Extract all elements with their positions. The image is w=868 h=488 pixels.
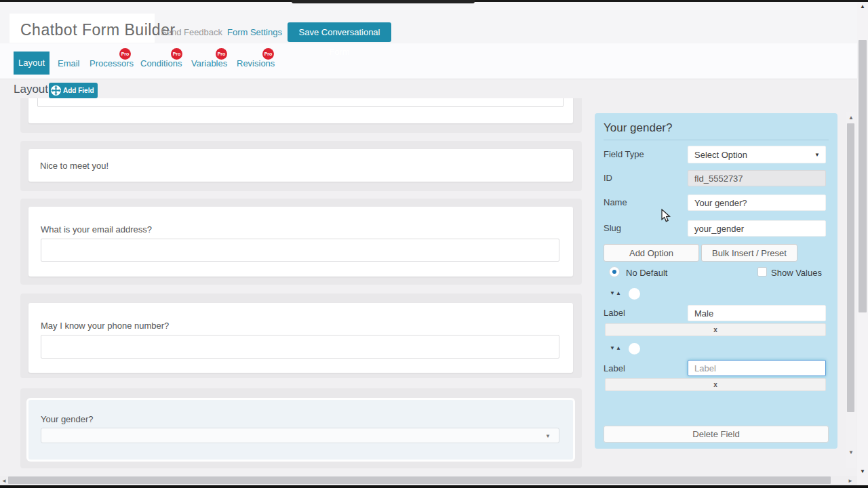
email-field-input[interactable] [41,239,559,262]
pro-badge-revisions: Pro [262,48,274,60]
scroll-left-icon[interactable]: ◄ [1,478,7,484]
field-type-value: Select Option [694,150,747,160]
move-icon [51,85,61,96]
phone-field-label: May I know your phone number? [41,321,169,331]
name-field[interactable]: Your gender? [688,195,826,211]
html-message-text: Nice to meet you! [40,161,108,171]
option-1-label-input[interactable]: Male [688,305,826,321]
option-2-label-input[interactable]: Label [688,360,826,376]
panel-scrollbar[interactable]: ▲ ▼ [846,112,856,468]
scroll-up-icon[interactable]: ▲ [860,3,865,9]
bottom-border-strip [0,485,868,488]
field-block-email[interactable]: What is your email address? [20,199,582,285]
scroll-right-icon[interactable]: ► [848,478,853,484]
show-values-label: Show Values [771,268,822,278]
scroll-up-icon[interactable]: ▲ [848,115,854,121]
tab-revisions[interactable]: Revisions [237,58,275,68]
field-type-select[interactable]: Select Option ▼ [688,146,826,163]
panel-scrollbar-thumb[interactable] [847,123,854,412]
top-border-smudge [292,0,475,3]
scroll-down-icon[interactable]: ▼ [860,468,865,474]
page-scrollbar[interactable]: ▲ ▼ [857,2,868,485]
field-card-html[interactable]: Nice to meet you! [28,149,573,182]
gender-field-label: Your gender? [41,414,94,424]
radio-dot [612,270,616,274]
mouse-cursor [661,209,671,226]
tab-processors[interactable]: Processors [90,58,134,68]
name-label: Name [604,197,627,207]
chevron-down-icon: ▼ [545,433,551,439]
send-feedback-button[interactable]: Send Feedback [161,27,222,37]
tab-email[interactable]: Email [58,58,80,68]
gender-field-select[interactable]: ▼ [41,428,559,443]
panel-divider [604,140,829,140]
option-2-default-radio[interactable] [629,343,640,354]
field-card-email[interactable]: What is your email address? [28,207,573,277]
field-block-phone[interactable]: May I know your phone number? [20,293,582,378]
option-2-remove-button[interactable]: x [605,378,826,391]
horizontal-scrollbar[interactable]: ◄ ► [0,476,857,485]
panel-title: Your gender? [604,121,672,135]
slug-field[interactable]: your_gender [688,220,826,237]
form-settings-button[interactable]: Form Settings [227,27,282,37]
page-scrollbar-thumb[interactable] [859,40,867,312]
field-type-label: Field Type [604,149,644,159]
id-field: fld_5552737 [688,170,826,186]
pro-badge-conditions: Pro [171,48,182,60]
option-1-default-radio[interactable] [629,288,640,300]
add-field-button[interactable]: Add Field [49,83,98,98]
slug-label: Slug [604,223,621,233]
horizontal-scrollbar-thumb[interactable] [8,476,831,484]
pro-badge-processors: Pro [119,48,131,60]
id-label: ID [604,173,612,183]
bulk-insert-preset-button[interactable]: Bulk Insert / Preset [701,244,797,262]
no-default-radio[interactable] [609,266,620,277]
option-2-caption: Label [604,363,625,373]
option-1-remove-button[interactable]: x [605,323,826,336]
layout-section-bar [0,79,868,98]
field-block-gender[interactable]: Your gender? ▼ [20,388,582,468]
sort-option-icon[interactable]: ▼▲ [610,345,622,351]
email-field-label: What is your email address? [41,224,152,235]
phone-field-input[interactable] [41,335,559,359]
layout-section-title: Layout [14,83,48,96]
field-card-gender[interactable]: Your gender? ▼ [28,400,573,460]
field-block-html[interactable]: Nice to meet you! [20,141,582,191]
save-conversational-form-button[interactable]: Save Conversational Form [288,22,391,42]
add-option-button[interactable]: Add Option [604,244,699,262]
sort-option-icon[interactable]: ▼▲ [610,290,622,296]
pro-badge-variables: Pro [216,48,227,60]
tab-variables[interactable]: Variables [191,58,227,68]
field-card-phone[interactable]: May I know your phone number? [28,303,573,373]
option-1-caption: Label [604,308,625,318]
tab-conditions[interactable]: Conditions [140,58,182,68]
show-values-checkbox[interactable] [757,267,767,277]
page-title: Chatbot Form Builder [20,21,176,39]
chevron-down-icon: ▼ [814,146,820,164]
delete-field-button[interactable]: Delete Field [604,426,829,443]
tab-layout[interactable]: Layout [14,52,50,75]
scroll-down-icon[interactable]: ▼ [848,449,854,455]
no-default-label: No Default [626,268,667,278]
add-field-label: Add Field [63,87,94,94]
